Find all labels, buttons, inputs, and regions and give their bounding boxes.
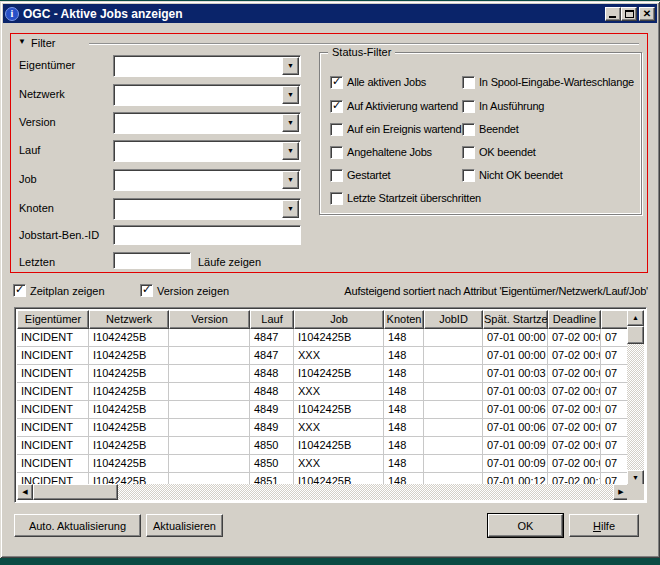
table-cell: 07-02 00:09 (548, 455, 601, 472)
version-dropdown-button[interactable]: ▼ (282, 114, 299, 132)
column-header-version[interactable]: Version (169, 310, 250, 329)
job-input[interactable] (115, 171, 281, 189)
table-row[interactable]: INCIDENTI1042425B4847I1042425B14807-01 0… (17, 329, 629, 347)
beendet-label: Beendet (479, 123, 519, 135)
knoten-dropdown-button[interactable]: ▼ (282, 200, 299, 218)
hilfe-label: Hilfe (570, 520, 638, 532)
auto-aktualisierung-button[interactable]: Auto. Aktualisierung (14, 514, 141, 537)
column-header-eigentumer[interactable]: Eigentümer (17, 310, 89, 329)
eigentumer-dropdown-button[interactable]: ▼ (282, 57, 299, 75)
column-header-deadline[interactable]: Deadline (548, 310, 601, 329)
table-cell (169, 437, 250, 454)
hilfe-button[interactable]: Hilfe (569, 514, 639, 537)
auf-ein-ereignis-wartend-label: Auf ein Ereignis wartend (347, 123, 461, 135)
jobstart-ben-id-input[interactable] (113, 225, 301, 245)
titlebar[interactable]: i OGC - Aktive Jobs anzeigen ✕ (3, 4, 657, 23)
nicht-ok-beendet-checkbox[interactable] (462, 169, 475, 182)
ok-button[interactable]: OK (488, 514, 563, 537)
in-ausfuhrung-checkbox[interactable] (462, 100, 475, 113)
table-cell: 148 (384, 347, 424, 364)
version-label: Version (19, 116, 56, 128)
maximize-button[interactable] (621, 7, 637, 21)
column-header-netzwerk[interactable]: Netzwerk (89, 310, 169, 329)
table-cell: I1042425B (89, 365, 169, 382)
gestartet-label: Gestartet (347, 169, 390, 181)
version-combobox: ▼ (113, 112, 301, 134)
lauf-input[interactable] (115, 142, 281, 160)
auf-aktivierung-wartend-checkbox[interactable]: ✓ (330, 100, 343, 113)
table-row[interactable]: INCIDENTI1042425B4850I1042425B14807-01 0… (17, 437, 629, 455)
table-cell (424, 455, 483, 472)
table-cell: 148 (384, 401, 424, 418)
table-cell: XXX (294, 455, 384, 472)
scroll-left-button[interactable]: ◀ (17, 484, 33, 500)
zeitplan-zeigen-label: Zeitplan zeigen (30, 285, 105, 297)
table-row[interactable]: INCIDENTI1042425B4849XXX14807-01 00:0607… (17, 419, 629, 437)
table-row[interactable]: INCIDENTI1042425B4848XXX14807-01 00:0307… (17, 383, 629, 401)
job-dropdown-button[interactable]: ▼ (282, 171, 299, 189)
aktualisieren-label: Aktualisieren (147, 520, 222, 532)
table-cell (169, 365, 250, 382)
scroll-up-button[interactable]: ▲ (627, 310, 644, 326)
table-row[interactable]: INCIDENTI1042425B4850XXX14807-01 00:0907… (17, 455, 629, 473)
angehaltene-jobs-checkbox[interactable] (330, 146, 343, 159)
check-icon: ✓ (332, 99, 341, 112)
letzte-startzeit-uberschritten-label: Letzte Startzeit überschritten (347, 192, 481, 204)
alle-aktiven-jobs-checkbox[interactable]: ✓ (330, 76, 343, 89)
table-body: INCIDENTI1042425B4847I1042425B14807-01 0… (17, 329, 629, 486)
eigentumer-input[interactable] (115, 57, 281, 75)
close-icon: ✕ (640, 8, 654, 20)
version-input[interactable] (115, 114, 281, 132)
table-cell: I1042425B (294, 437, 384, 454)
column-header-spat-startzei[interactable]: Spät. Startzei (483, 310, 548, 329)
dropdown-arrow-icon: ▼ (283, 58, 298, 74)
knoten-input[interactable] (115, 200, 281, 218)
eigentumer-combobox: ▼ (113, 55, 301, 77)
lauf-dropdown-button[interactable]: ▼ (282, 142, 299, 160)
table-cell (169, 455, 250, 472)
check-icon: ✓ (142, 283, 151, 296)
table-cell: I1042425B (89, 437, 169, 454)
gestartet-checkbox[interactable] (330, 169, 343, 182)
table-row[interactable]: INCIDENTI1042425B4849I1042425B14807-01 0… (17, 401, 629, 419)
table-cell (169, 419, 250, 436)
table-row[interactable]: INCIDENTI1042425B4847XXX14807-01 00:0007… (17, 347, 629, 365)
table-cell: I1042425B (294, 329, 384, 346)
table-cell: I1042425B (89, 455, 169, 472)
auf-ein-ereignis-wartend-checkbox[interactable] (330, 123, 343, 136)
table-cell: 07-01 00:06 (483, 401, 548, 418)
column-header-job[interactable]: Job (294, 310, 384, 329)
table-row[interactable]: INCIDENTI1042425B4848I1042425B14807-01 0… (17, 365, 629, 383)
in-spool-eingabe-warteschlange-checkbox[interactable] (462, 76, 475, 89)
horizontal-scroll-thumb[interactable] (33, 484, 118, 500)
close-button[interactable]: ✕ (639, 7, 655, 21)
table-cell (424, 329, 483, 346)
netzwerk-input[interactable] (115, 86, 281, 104)
zeitplan-zeigen-checkbox[interactable]: ✓ (13, 284, 26, 297)
ok-beendet-checkbox[interactable] (462, 146, 475, 159)
table-cell: 07-01 00:09 (483, 437, 548, 454)
netzwerk-combobox: ▼ (113, 84, 301, 106)
column-header-jobid[interactable]: JobID (424, 310, 483, 329)
table-cell: 07 (601, 401, 629, 418)
letzten-input[interactable] (113, 252, 191, 269)
table-cell: INCIDENT (17, 455, 89, 472)
table-cell: 07 (601, 383, 629, 400)
vertical-scroll-thumb[interactable] (627, 326, 644, 344)
column-header-extra[interactable] (601, 310, 629, 329)
table-cell: I1042425B (89, 419, 169, 436)
version-zeigen-checkbox[interactable]: ✓ (140, 284, 153, 297)
aktualisieren-button[interactable]: Aktualisieren (146, 514, 223, 537)
jobstart-ben-id-label: Jobstart-Ben.-ID (19, 229, 99, 241)
column-header-lauf[interactable]: Lauf (250, 310, 294, 329)
table-cell: I1042425B (294, 401, 384, 418)
table-cell: 07-01 00:03 (483, 365, 548, 382)
horizontal-scrollbar[interactable]: ◀ ▶ (17, 484, 629, 500)
vertical-scrollbar[interactable]: ▲ ▼ (627, 310, 644, 486)
maximize-icon (625, 10, 634, 18)
beendet-checkbox[interactable] (462, 123, 475, 136)
minimize-button[interactable] (605, 7, 621, 21)
netzwerk-dropdown-button[interactable]: ▼ (282, 86, 299, 104)
column-header-knoten[interactable]: Knoten (384, 310, 424, 329)
letzte-startzeit-uberschritten-checkbox[interactable] (330, 192, 343, 205)
